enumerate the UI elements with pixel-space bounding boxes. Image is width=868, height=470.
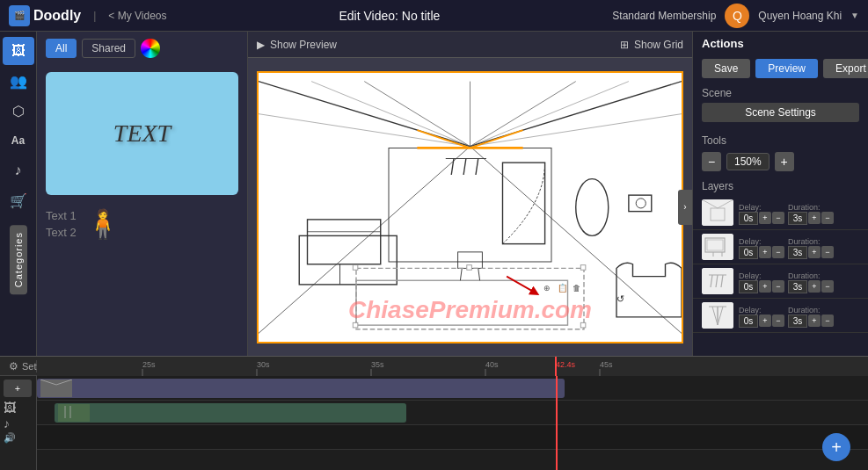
delay-value: 0s xyxy=(739,246,758,259)
logo-icon: 🎬 xyxy=(9,5,30,26)
duration-value: 3s xyxy=(788,280,807,293)
color-picker[interactable] xyxy=(141,39,160,58)
delay-block: Delay: 0s + − xyxy=(739,237,784,259)
svg-rect-41 xyxy=(702,199,733,226)
svg-text:↺: ↺ xyxy=(616,293,624,304)
page-title: Edit Video: No title xyxy=(176,9,604,23)
duration-value: 3s xyxy=(788,246,807,259)
layer-info: Delay: 0s + − Duration: 3s + − xyxy=(739,201,859,225)
add-scene-button[interactable]: + xyxy=(822,433,850,461)
duration-decrease-button[interactable]: − xyxy=(821,280,834,293)
delay-increase-button[interactable]: + xyxy=(759,212,771,224)
svg-line-27 xyxy=(478,268,480,280)
delay-decrease-button[interactable]: − xyxy=(772,212,784,224)
svg-rect-39 xyxy=(353,322,358,328)
membership-label: Standard Membership xyxy=(612,10,716,22)
delay-decrease-button[interactable]: − xyxy=(772,280,784,293)
delay-increase-button[interactable]: + xyxy=(759,315,771,327)
delay-decrease-button[interactable]: − xyxy=(772,315,784,327)
layer-item: Delay: 0s + − Duration: 3s + − xyxy=(693,230,868,264)
sidebar-item-text[interactable]: Aa xyxy=(3,127,34,155)
delay-controls: 0s + − xyxy=(739,212,784,225)
show-preview-toggle[interactable]: Show Preview xyxy=(270,39,337,51)
timeline-track xyxy=(37,401,868,425)
filter-shared-button[interactable]: Shared xyxy=(82,39,135,58)
main-area: 🖼 👥 ⬡ Aa ♪ 🛒 Categories All Shared TEXT … xyxy=(0,32,868,356)
canvas-area[interactable]: ↺ ⊕ 📋 🗑 xyxy=(248,58,692,356)
delay-label: Delay: xyxy=(739,203,784,212)
preview-button[interactable]: Preview xyxy=(755,59,818,78)
svg-line-17 xyxy=(476,158,478,175)
svg-rect-24 xyxy=(356,280,568,325)
zoom-out-button[interactable]: − xyxy=(702,152,721,171)
canvas-toolbar: ▶ Show Preview ⊞ Show Grid xyxy=(248,32,692,58)
duration-decrease-button[interactable]: − xyxy=(821,315,834,327)
sidebar-item-shapes[interactable]: ⬡ xyxy=(3,97,34,125)
layer-item: Delay: 0s + − Duration: 3s + − xyxy=(693,299,868,333)
show-preview-label: Show Preview xyxy=(270,39,337,51)
save-button[interactable]: Save xyxy=(702,59,750,78)
tools-label: Tools xyxy=(693,129,868,148)
layer-delay-duration: Delay: 0s + − Duration: 3s + − xyxy=(739,237,859,259)
svg-rect-38 xyxy=(580,264,586,270)
nav-right: Standard Membership Q Quyen Hoang Khi ▼ xyxy=(612,4,859,28)
image-track-icon[interactable]: 🖼 xyxy=(4,401,33,415)
zoom-in-button[interactable]: + xyxy=(775,152,794,171)
duration-increase-button[interactable]: + xyxy=(808,280,821,293)
layer-info: Delay: 0s + − Duration: 3s + − xyxy=(739,304,859,328)
svg-text:🗑: 🗑 xyxy=(573,284,580,293)
duration-block: Duration: 3s + − xyxy=(788,306,834,328)
text-lines-item[interactable]: Text 1 Text 2 🧍 xyxy=(46,202,238,246)
layer-thumbnail xyxy=(702,302,733,329)
logo: 🎬 Doodly xyxy=(9,5,81,26)
sidebar-item-music[interactable]: ♪ xyxy=(3,156,34,184)
delay-block: Delay: 0s + − xyxy=(739,306,784,328)
duration-decrease-button[interactable]: − xyxy=(821,212,834,224)
svg-rect-18 xyxy=(299,235,397,285)
delay-decrease-button[interactable]: − xyxy=(772,246,784,258)
duration-block: Duration: 3s + − xyxy=(788,203,834,225)
chevron-down-icon[interactable]: ▼ xyxy=(850,11,859,20)
duration-increase-button[interactable]: + xyxy=(808,315,821,327)
volume-track-icon[interactable]: 🔊 xyxy=(4,432,33,444)
sidebar-item-images[interactable]: 🖼 xyxy=(3,37,34,65)
zoom-value: 150% xyxy=(726,153,770,170)
delay-label: Delay: xyxy=(739,306,784,315)
delay-value: 0s xyxy=(739,315,758,328)
svg-line-33 xyxy=(417,130,470,148)
content-filter: All Shared xyxy=(37,32,247,65)
duration-label: Duration: xyxy=(788,271,834,280)
duration-increase-button[interactable]: + xyxy=(808,246,821,258)
track-block[interactable] xyxy=(37,379,565,398)
duration-block: Duration: 3s + − xyxy=(788,271,834,293)
track-block[interactable] xyxy=(55,403,406,423)
sidebar-item-people[interactable]: 👥 xyxy=(3,67,34,95)
music-track-icon[interactable]: ♪ xyxy=(4,416,33,430)
svg-line-4 xyxy=(364,81,470,146)
text-doodle-item[interactable]: TEXT xyxy=(46,72,238,195)
duration-increase-button[interactable]: + xyxy=(808,212,821,224)
zoom-controls: − 150% + xyxy=(693,148,868,175)
add-track-button[interactable]: + xyxy=(4,380,32,397)
show-grid-toggle[interactable]: Show Grid xyxy=(634,39,683,51)
layer-delay-duration: Delay: 0s + − Duration: 3s + − xyxy=(739,271,859,293)
delay-increase-button[interactable]: + xyxy=(759,280,771,293)
layer-delay-duration: Delay: 0s + − Duration: 3s + − xyxy=(739,306,859,328)
filter-all-button[interactable]: All xyxy=(46,39,77,58)
svg-rect-50 xyxy=(702,268,733,294)
settings-icon[interactable]: ⚙ xyxy=(9,360,18,372)
sidebar-item-cart[interactable]: 🛒 xyxy=(3,186,34,214)
delay-block: Delay: 0s + − xyxy=(739,271,784,293)
duration-controls: 3s + − xyxy=(788,212,834,225)
export-button[interactable]: Export xyxy=(823,59,868,78)
back-button[interactable]: < My Videos xyxy=(108,10,166,22)
svg-line-2 xyxy=(259,146,470,333)
collapse-right-panel-button[interactable]: › xyxy=(678,190,692,225)
duration-decrease-button[interactable]: − xyxy=(821,246,834,258)
layers-label: Layers xyxy=(693,175,868,196)
scene-settings-button[interactable]: Scene Settings xyxy=(702,103,859,122)
duration-value: 3s xyxy=(788,212,807,225)
categories-tab[interactable]: Categories xyxy=(10,225,27,294)
delay-increase-button[interactable]: + xyxy=(759,246,771,258)
stick-figure-icon: 🧍 xyxy=(85,207,120,241)
